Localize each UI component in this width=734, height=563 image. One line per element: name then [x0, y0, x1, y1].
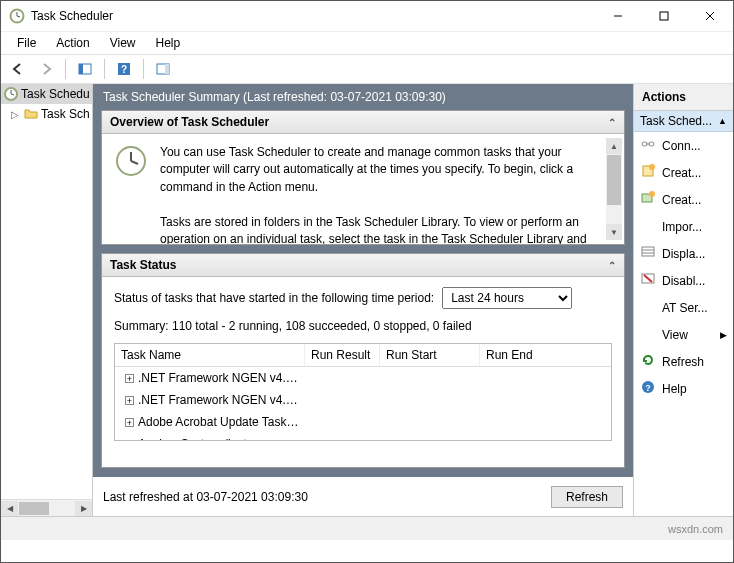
- overview-p2: Tasks are stored in folders in the Task …: [160, 214, 612, 244]
- chevron-up-icon[interactable]: ⌃: [608, 117, 616, 128]
- main-area: Task Schedu ▷ Task Sch ◀ ▶ Task Schedule…: [1, 84, 733, 516]
- table-row[interactable]: +.NET Framework NGEN v4.0.303...: [115, 367, 611, 389]
- scroll-thumb[interactable]: [607, 155, 621, 205]
- task-status-title: Task Status: [110, 258, 176, 272]
- svg-text:?: ?: [121, 64, 127, 75]
- clock-icon: [3, 86, 19, 102]
- clock-icon: [114, 144, 148, 178]
- tree-root[interactable]: Task Schedu: [1, 84, 92, 104]
- last-refreshed-text: Last refreshed at 03-07-2021 03:09:30: [103, 490, 308, 504]
- task-table: Task Name Run Result Run Start Run End +…: [114, 343, 612, 441]
- expand-icon[interactable]: +: [125, 374, 134, 383]
- status-summary: Summary: 110 total - 2 running, 108 succ…: [114, 319, 612, 333]
- expand-icon[interactable]: ▷: [9, 109, 21, 120]
- tree-root-label: Task Schedu: [21, 87, 90, 101]
- title-bar: Task Scheduler: [1, 1, 733, 31]
- refresh-button[interactable]: Refresh: [551, 486, 623, 508]
- chevron-up-icon[interactable]: ⌃: [608, 260, 616, 271]
- action-item[interactable]: View▶: [634, 321, 733, 348]
- menu-help[interactable]: Help: [148, 34, 189, 52]
- action-item[interactable]: Conn...: [634, 132, 733, 159]
- scroll-left-icon[interactable]: ◀: [1, 501, 18, 516]
- table-row[interactable]: +.NET Framework NGEN v4.0.303...: [115, 389, 611, 411]
- scroll-right-icon[interactable]: ▶: [75, 501, 92, 516]
- svg-point-25: [649, 191, 655, 197]
- task-status-panel: Task Status ⌃ Status of tasks that have …: [101, 253, 625, 468]
- task-name: .NET Framework NGEN v4.0.303...: [138, 393, 305, 407]
- expand-icon[interactable]: +: [125, 396, 134, 405]
- svg-rect-26: [642, 247, 654, 256]
- scroll-thumb[interactable]: [19, 502, 49, 515]
- tree-h-scrollbar[interactable]: ◀ ▶: [1, 499, 92, 516]
- close-button[interactable]: [687, 1, 733, 31]
- folder-icon: [23, 106, 39, 122]
- task-name: AnalyzeSystem (last run succee...: [138, 437, 305, 441]
- action-label: AT Ser...: [662, 301, 708, 315]
- svg-rect-12: [165, 64, 169, 74]
- link-icon: [640, 136, 656, 155]
- svg-point-23: [649, 164, 655, 170]
- svg-rect-8: [79, 64, 83, 74]
- action-item[interactable]: Creat...: [634, 186, 733, 213]
- blank-icon: [640, 217, 656, 236]
- toolbar: ?: [1, 54, 733, 84]
- scroll-down-icon[interactable]: ▼: [606, 224, 622, 240]
- table-row[interactable]: +Adobe Acrobat Update Task (las...: [115, 411, 611, 433]
- minimize-button[interactable]: [595, 1, 641, 31]
- actions-section[interactable]: Task Sched... ▲: [634, 111, 733, 132]
- center-footer: Last refreshed at 03-07-2021 03:09:30 Re…: [93, 476, 633, 516]
- tree-pane: Task Schedu ▷ Task Sch ◀ ▶: [1, 84, 93, 516]
- new-task-icon: [640, 190, 656, 209]
- maximize-button[interactable]: [641, 1, 687, 31]
- action-label: Disabl...: [662, 274, 705, 288]
- overview-p1: You can use Task Scheduler to create and…: [160, 144, 612, 196]
- col-run-result[interactable]: Run Result: [305, 344, 380, 366]
- menu-action[interactable]: Action: [48, 34, 97, 52]
- action-label: Refresh: [662, 355, 704, 369]
- back-button[interactable]: [5, 57, 31, 81]
- blank-icon: [640, 298, 656, 317]
- app-icon: [9, 8, 25, 24]
- window-title: Task Scheduler: [31, 9, 595, 23]
- refresh-icon: [640, 352, 656, 371]
- action-item[interactable]: Disabl...: [634, 267, 733, 294]
- menu-view[interactable]: View: [102, 34, 144, 52]
- menu-file[interactable]: File: [9, 34, 44, 52]
- action-item[interactable]: Impor...: [634, 213, 733, 240]
- forward-button[interactable]: [33, 57, 59, 81]
- actions-pane: Actions Task Sched... ▲ Conn...Creat...C…: [633, 84, 733, 516]
- action-item[interactable]: Refresh: [634, 348, 733, 375]
- overview-scrollbar[interactable]: ▲ ▼: [606, 138, 622, 240]
- expand-icon[interactable]: +: [125, 418, 134, 427]
- tree-child[interactable]: ▷ Task Sch: [1, 104, 92, 124]
- actions-title: Actions: [634, 84, 733, 111]
- svg-text:?: ?: [645, 383, 651, 393]
- overview-header[interactable]: Overview of Task Scheduler ⌃: [102, 111, 624, 134]
- toolbar-separator: [65, 59, 66, 79]
- col-run-end[interactable]: Run End: [480, 344, 611, 366]
- blank-icon: [640, 325, 656, 344]
- col-task-name[interactable]: Task Name: [115, 344, 305, 366]
- help-icon: ?: [640, 379, 656, 398]
- action-label: Displa...: [662, 247, 705, 261]
- disable-icon: [640, 271, 656, 290]
- help-button[interactable]: ?: [111, 57, 137, 81]
- collapse-icon[interactable]: ▲: [718, 116, 727, 126]
- action-item[interactable]: ?Help: [634, 375, 733, 402]
- toolbar-separator: [104, 59, 105, 79]
- status-bar: wsxdn.com: [1, 516, 733, 540]
- scroll-up-icon[interactable]: ▲: [606, 138, 622, 154]
- show-hide-tree-button[interactable]: [72, 57, 98, 81]
- action-item[interactable]: AT Ser...: [634, 294, 733, 321]
- table-row[interactable]: +AnalyzeSystem (last run succee...: [115, 433, 611, 441]
- action-label: View: [662, 328, 688, 342]
- action-label: Creat...: [662, 166, 701, 180]
- period-select[interactable]: Last 24 hours: [442, 287, 572, 309]
- task-status-header[interactable]: Task Status ⌃: [102, 254, 624, 277]
- action-item[interactable]: Creat...: [634, 159, 733, 186]
- action-item[interactable]: Displa...: [634, 240, 733, 267]
- task-name: .NET Framework NGEN v4.0.303...: [138, 371, 305, 385]
- show-hide-action-button[interactable]: [150, 57, 176, 81]
- expand-icon[interactable]: +: [125, 440, 134, 441]
- col-run-start[interactable]: Run Start: [380, 344, 480, 366]
